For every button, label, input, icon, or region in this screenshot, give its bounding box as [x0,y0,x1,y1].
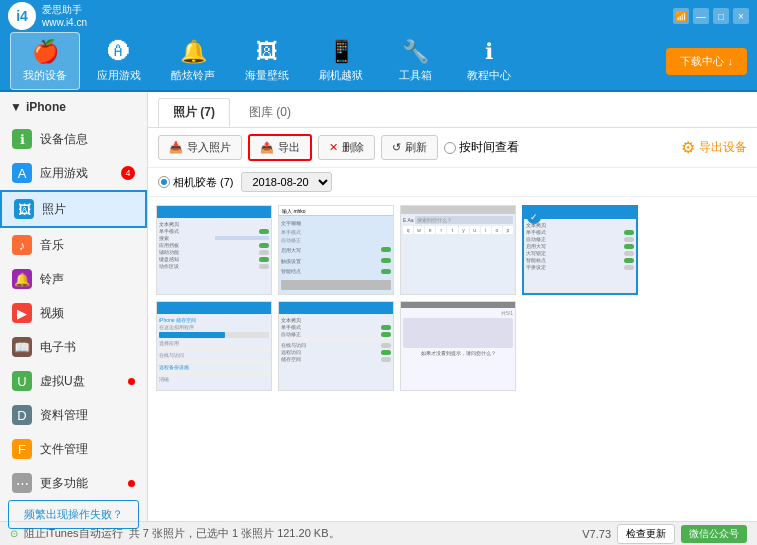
sidebar-ebook-label: 电子书 [40,339,76,356]
sidebar-more-label: 更多功能 [40,475,88,492]
nav-flash[interactable]: 📱 刷机越狱 [306,33,376,89]
nav-app-games-label: 应用游戏 [97,68,141,83]
date-select[interactable]: 2018-08-20 [241,172,332,192]
music-icon: ♪ [12,235,32,255]
app-games-icon: 🅐 [108,39,130,65]
photo-thumbnail-2[interactable]: 输入 mhko 文字糊糊 单手模式 自动修正 启用大写 触摸设置 智能结点 [278,205,394,295]
ebook-icon: 📖 [12,337,32,357]
app-name: 爱思助手 www.i4.cn [42,3,87,29]
device-label: ▼ iPhone [0,92,147,122]
sidebar-item-usb[interactable]: U 虚拟U盘 [0,364,147,398]
usb-badge [128,378,135,385]
photo-thumbnail-3[interactable]: E Aa 搜索到些什么？ q w e r t y u i o [400,205,516,295]
sidebar-usb-label: 虚拟U盘 [40,373,85,390]
export-button[interactable]: 📤 导出 [248,134,312,161]
app-games-badge: 4 [121,166,135,180]
sidebar-app-games-label: 应用游戏 [40,165,88,182]
more-icon: ⋯ [12,473,32,493]
photo-thumbnail-6[interactable]: 文本拷贝 单手模式 自动修正 在线与访问 远程访问 储存空间 [278,301,394,391]
sidebar-item-file-mgr[interactable]: F 文件管理 [0,432,147,466]
nav-ringtone[interactable]: 🔔 酷炫铃声 [158,33,228,89]
camera-roll-count: (7) [220,176,233,188]
nav-flash-label: 刷机越狱 [319,68,363,83]
sidebar-item-device-info[interactable]: ℹ 设备信息 [0,122,147,156]
tools-icon: 🔧 [402,39,429,65]
tutorial-icon: ℹ [485,39,493,65]
nav-tutorial-label: 教程中心 [467,68,511,83]
logo-area: i4 爱思助手 www.i4.cn [8,2,87,30]
sidebar-device-info-label: 设备信息 [40,131,88,148]
sidebar-item-video[interactable]: ▶ 视频 [0,296,147,330]
tab-bar: 照片 (7) 图库 (0) [148,92,757,128]
nav-my-device[interactable]: 🍎 我的设备 [10,32,80,90]
nav-tutorial[interactable]: ℹ 教程中心 [454,33,524,89]
tab-album[interactable]: 图库 (0) [234,98,306,127]
photo-thumbnail-5[interactable]: iPhone 储存空间 在这边拟用程序 选择应用 在线与访问 远程备份设施 消磁 [156,301,272,391]
close-button[interactable]: × [733,8,749,24]
nav-wallpaper-label: 海量壁纸 [245,68,289,83]
delete-label: 删除 [342,140,364,155]
app-games-sidebar-icon: A [12,163,32,183]
sidebar-item-ebook[interactable]: 📖 电子书 [0,330,147,364]
status-left: ⊙ 阻止iTunes自动运行 共 7 张照片，已选中 1 张照片 121.20 … [10,526,574,541]
sidebar-data-mgr-label: 资料管理 [40,407,88,424]
status-right: V7.73 检查更新 微信公众号 [582,524,747,544]
sidebar-item-photos[interactable]: 🖼 照片 [0,190,147,228]
photo-thumbnail-1[interactable]: 文本拷贝 单手模式 搜索 应用挡板 辅助功能 键盘感知 动作区设 [156,205,272,295]
sidebar-item-app-games[interactable]: A 应用游戏 4 [0,156,147,190]
import-photos-button[interactable]: 📥 导入照片 [158,135,242,160]
nav-tools[interactable]: 🔧 工具箱 [380,33,450,89]
sidebar-ringtones-label: 铃声 [40,271,64,288]
video-icon: ▶ [12,303,32,323]
toolbar: 📥 导入照片 📤 导出 ✕ 删除 ↺ 刷新 按时间查看 [148,128,757,168]
sidebar: ▼ iPhone ℹ 设备信息 A 应用游戏 4 🖼 照片 ♪ 音乐 🔔 铃声 … [0,92,148,521]
filter-time-option[interactable]: 按时间查看 [444,139,519,156]
wechat-button[interactable]: 微信公众号 [681,525,747,543]
wallpaper-icon: 🖼 [256,39,278,65]
filter-radio-group: 按时间查看 [444,139,519,156]
apple-icon: 🍎 [32,39,59,65]
titlebar: i4 爱思助手 www.i4.cn 📶 — □ × [0,0,757,32]
camera-roll-label: 相机胶卷 [173,175,217,190]
sidebar-photos-label: 照片 [42,201,66,218]
data-mgr-icon: D [12,405,32,425]
camera-roll-option[interactable]: 相机胶卷 (7) [158,175,233,190]
selection-checkmark: ✓ [527,210,541,224]
tab-photos[interactable]: 照片 (7) [158,98,230,127]
ringtone-icon: 🔔 [180,39,207,65]
nav-wallpaper[interactable]: 🖼 海量壁纸 [232,33,302,89]
minimize-button[interactable]: — [693,8,709,24]
file-mgr-icon: F [12,439,32,459]
refresh-icon: ↺ [392,141,401,154]
import-icon: 📥 [169,141,183,154]
photo-thumbnail-4[interactable]: ✓ 文本拷贝 单手模式 自动修正 启用大写 大写锁定 智能标点 字拼设定 [522,205,638,295]
photo-grid: 文本拷贝 单手模式 搜索 应用挡板 辅助功能 键盘感知 动作区设 输入 mhko [148,197,757,521]
window-controls: 📶 — □ × [673,8,749,24]
filter-time-radio[interactable] [444,142,456,154]
export-icon: 📤 [260,141,274,154]
delete-button[interactable]: ✕ 删除 [318,135,375,160]
import-label: 导入照片 [187,140,231,155]
sidebar-item-data-mgr[interactable]: D 资料管理 [0,398,147,432]
export-label: 导出 [278,140,300,155]
photo-thumbnail-7[interactable]: 共5/1 如果才没看到提示，请问您什么？ [400,301,516,391]
nav-app-games[interactable]: 🅐 应用游戏 [84,33,154,89]
camera-roll-radio[interactable] [158,176,170,188]
delete-icon: ✕ [329,141,338,154]
nav-my-device-label: 我的设备 [23,68,67,83]
toolbar-right: ⚙ 导出设备 [681,138,747,157]
trouble-button[interactable]: 频繁出现操作失败？ [8,500,139,529]
sidebar-video-label: 视频 [40,305,64,322]
export-device-label[interactable]: 导出设备 [699,139,747,156]
gear-icon: ⚙ [681,138,695,157]
sidebar-item-music[interactable]: ♪ 音乐 [0,228,147,262]
sidebar-music-label: 音乐 [40,237,64,254]
download-center-button[interactable]: 下载中心 ↓ [666,48,747,75]
filterbar: 相机胶卷 (7) 2018-08-20 [148,168,757,197]
sidebar-item-more[interactable]: ⋯ 更多功能 [0,466,147,500]
itunes-status-icon: ⊙ [10,528,18,539]
refresh-button[interactable]: ↺ 刷新 [381,135,438,160]
sidebar-item-ringtones[interactable]: 🔔 铃声 [0,262,147,296]
check-update-button[interactable]: 检查更新 [617,524,675,544]
restore-button[interactable]: □ [713,8,729,24]
